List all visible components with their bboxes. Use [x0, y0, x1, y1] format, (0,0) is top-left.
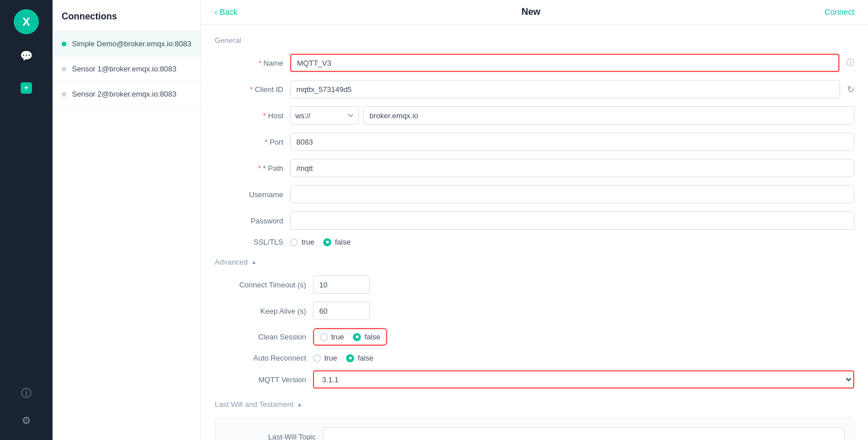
host-row: * Host ws:// wss:// mqtt:// mqtts://: [215, 106, 854, 125]
page-title: New: [521, 7, 540, 17]
auto-reconnect-true-label: true: [324, 354, 337, 362]
clean-session-false-radio[interactable]: [353, 333, 361, 341]
sidebar: X 💬 + ⓘ ⚙: [0, 0, 53, 440]
connection-item[interactable]: Simple Demo@broker.emqx.io:8083: [53, 31, 200, 57]
clean-session-true-label: true: [331, 333, 344, 341]
back-label: Back: [220, 7, 238, 17]
clean-session-label: Clean Session: [215, 333, 306, 341]
password-input[interactable]: [290, 211, 854, 230]
host-input[interactable]: [363, 106, 854, 125]
clean-session-false-option[interactable]: false: [353, 333, 380, 341]
host-label: * Host: [215, 111, 283, 120]
port-row: * Port: [215, 133, 854, 151]
client-id-row: * Client ID ↻: [215, 80, 854, 98]
password-row: Password: [215, 211, 854, 230]
clean-session-true-radio[interactable]: [320, 333, 328, 341]
path-row: * * Path: [215, 159, 854, 177]
form-area: General * Name ⓘ * Client ID ↻ * Host w: [201, 25, 868, 440]
keep-alive-row: Keep Alive (s): [215, 302, 854, 320]
info-icon[interactable]: ⓘ: [16, 383, 37, 403]
auto-reconnect-label: Auto Reconnect: [215, 354, 306, 362]
last-will-topic-row: Last-Will Topic: [224, 427, 845, 440]
logo-text: X: [22, 15, 30, 29]
client-id-input[interactable]: [290, 80, 840, 98]
password-label: Password: [215, 217, 283, 225]
last-will-label[interactable]: Last Will and Testament ▲: [215, 400, 854, 409]
ssl-true-option[interactable]: true: [290, 238, 314, 246]
advanced-chevron-icon: ▲: [251, 259, 257, 265]
auto-reconnect-true-radio[interactable]: [313, 354, 321, 362]
last-will-topic-input[interactable]: [323, 427, 845, 440]
keep-alive-label: Keep Alive (s): [215, 307, 306, 315]
settings-icon[interactable]: ⚙: [16, 410, 37, 431]
ssl-radio-group: true false: [290, 238, 351, 246]
refresh-icon[interactable]: ↻: [847, 84, 854, 95]
chat-icon[interactable]: 💬: [16, 46, 37, 66]
connections-panel: Connections Simple Demo@broker.emqx.io:8…: [53, 0, 201, 440]
top-bar: ‹ Back New Connect: [201, 0, 868, 25]
connect-timeout-row: Connect Timeout (s): [215, 275, 854, 294]
port-label: * Port: [215, 138, 283, 146]
connections-header: Connections: [53, 0, 200, 31]
port-input[interactable]: [290, 133, 854, 151]
name-input[interactable]: [290, 54, 839, 72]
ssl-false-option[interactable]: false: [323, 238, 350, 246]
auto-reconnect-row: Auto Reconnect true false: [215, 354, 854, 362]
last-will-section: Last-Will Topic Last-Will QoS 0 1: [215, 418, 854, 440]
connect-button[interactable]: Connect: [825, 7, 854, 17]
connection-item[interactable]: Sensor 2@broker.emqx.io:8083: [53, 82, 200, 107]
clean-session-row: Clean Session true false: [215, 328, 854, 346]
mqtt-version-label: MQTT Version: [215, 375, 306, 384]
last-will-chevron-icon: ▲: [297, 401, 303, 407]
username-row: Username: [215, 185, 854, 203]
last-will-topic-label: Last-Will Topic: [224, 433, 316, 441]
connect-timeout-input[interactable]: [313, 275, 370, 294]
connection-name: Simple Demo@broker.emqx.io:8083: [72, 39, 191, 48]
advanced-section-divider: Advanced ▲: [215, 258, 854, 266]
back-button[interactable]: ‹ Back: [215, 7, 238, 17]
general-section-label: General: [215, 36, 854, 45]
clean-session-box: true false: [313, 328, 387, 346]
back-chevron-icon: ‹: [215, 7, 218, 17]
info-icon: ⓘ: [846, 58, 854, 68]
mqtt-version-wrapper: 3.1.1 5.0 3.1: [313, 370, 854, 389]
ssl-true-radio[interactable]: [290, 238, 298, 246]
username-input[interactable]: [290, 185, 854, 203]
clean-session-false-label: false: [364, 333, 380, 341]
app-logo: X: [14, 9, 39, 34]
auto-reconnect-radio-group: true false: [313, 354, 373, 362]
username-label: Username: [215, 190, 283, 199]
connect-timeout-label: Connect Timeout (s): [215, 281, 306, 289]
mqtt-version-row: MQTT Version 3.1.1 5.0 3.1: [215, 370, 854, 389]
connection-name: Sensor 2@broker.emqx.io:8083: [72, 90, 176, 98]
keep-alive-input[interactable]: [313, 302, 370, 320]
add-connection-icon[interactable]: +: [16, 78, 37, 98]
clean-session-true-option[interactable]: true: [320, 333, 344, 341]
path-input[interactable]: [290, 159, 854, 177]
auto-reconnect-false-label: false: [357, 354, 373, 362]
name-row: * Name ⓘ: [215, 54, 854, 72]
mqtt-version-select[interactable]: 3.1.1 5.0 3.1: [314, 371, 853, 387]
name-label-text: Name: [263, 59, 283, 67]
client-id-label: * Client ID: [215, 85, 283, 94]
connection-status-dot: [62, 67, 66, 71]
connection-name: Sensor 1@broker.emqx.io:8083: [72, 65, 176, 73]
advanced-label[interactable]: Advanced ▲: [215, 258, 854, 266]
host-protocol-select[interactable]: ws:// wss:// mqtt:// mqtts://: [290, 106, 359, 125]
host-input-group: ws:// wss:// mqtt:// mqtts://: [290, 106, 854, 125]
ssl-true-label: true: [302, 238, 314, 246]
main-content: ‹ Back New Connect General * Name ⓘ * Cl…: [201, 0, 868, 440]
ssl-false-label: false: [335, 238, 350, 246]
connection-status-dot: [62, 42, 66, 46]
last-will-section-divider: Last Will and Testament ▲: [215, 400, 854, 409]
ssl-row: SSL/TLS true false: [215, 238, 854, 246]
auto-reconnect-true-option[interactable]: true: [313, 354, 337, 362]
path-label: * * Path: [215, 164, 283, 173]
connection-item[interactable]: Sensor 1@broker.emqx.io:8083: [53, 57, 200, 82]
ssl-false-radio[interactable]: [323, 238, 331, 246]
name-label: * Name: [215, 59, 283, 67]
ssl-label: SSL/TLS: [215, 238, 283, 246]
auto-reconnect-false-option[interactable]: false: [346, 354, 373, 362]
auto-reconnect-false-radio[interactable]: [346, 354, 354, 362]
connection-status-dot: [62, 92, 66, 97]
